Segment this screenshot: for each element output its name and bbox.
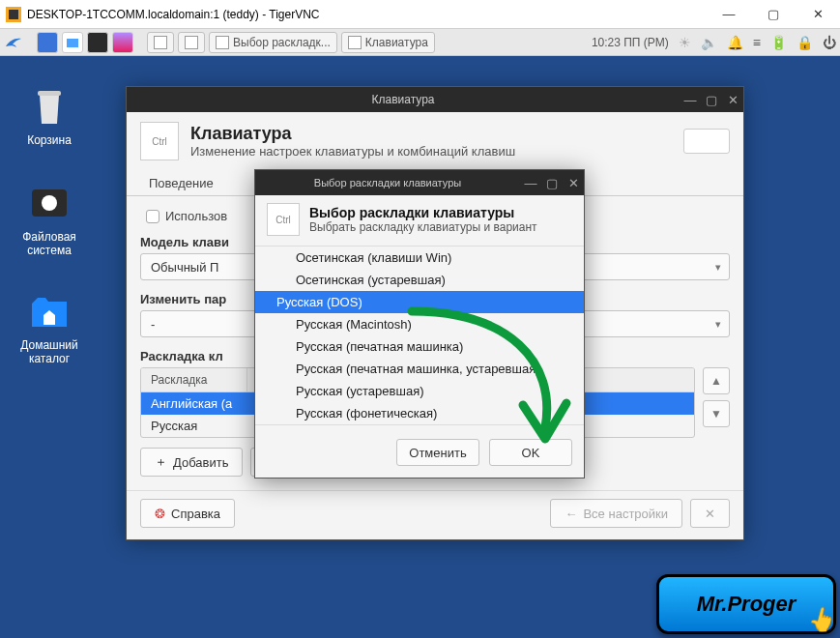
launcher-app-icon[interactable] xyxy=(112,32,133,53)
taskbar-label: Выбор раскладк... xyxy=(233,36,331,49)
clock[interactable]: 10:23 ПП (PM) xyxy=(592,36,669,49)
drive-icon xyxy=(26,180,72,226)
desktop-icon-label: Файловая система xyxy=(6,230,93,257)
dialog-close-button[interactable]: ✕ xyxy=(563,172,584,193)
list-item[interactable]: Русская (печатная машинка) xyxy=(255,335,584,358)
tab-behavior[interactable]: Поведение xyxy=(134,170,228,195)
dialog-titlebar[interactable]: Выбор раскладки клавиатуры — ▢ ✕ xyxy=(255,170,584,195)
notifications-icon[interactable]: 🔔 xyxy=(727,35,743,50)
window-heading: Клавиатура xyxy=(190,124,515,144)
close-icon: ✕ xyxy=(705,507,715,521)
battery-icon[interactable]: 🔋 xyxy=(770,35,787,50)
move-up-button[interactable]: ▲ xyxy=(703,367,730,394)
desktop-filesystem[interactable]: Файловая система xyxy=(6,180,93,257)
window-title: Клавиатура xyxy=(127,93,680,106)
list-item[interactable]: Русская (фонетическая) xyxy=(255,402,584,424)
list-item[interactable]: Русская (устаревшая) xyxy=(255,380,584,402)
layout-list[interactable]: Осетинская (клавиши Win) Осетинская (уст… xyxy=(255,246,584,425)
network-icon[interactable]: ≡ xyxy=(753,35,761,50)
svg-point-4 xyxy=(42,195,57,211)
volume-icon[interactable]: 🔈 xyxy=(701,35,717,50)
list-item[interactable]: Русская (DOS) xyxy=(255,291,584,313)
taskbar-layout-dialog[interactable]: Выбор раскладк... xyxy=(209,32,337,53)
svg-rect-2 xyxy=(38,91,61,96)
cursor-icon: 👆 xyxy=(806,606,835,633)
dialog-subheading: Выбрать раскладку клавиатуры и вариант xyxy=(309,220,537,234)
launcher-desktop-icon[interactable] xyxy=(37,32,58,53)
lock-icon[interactable]: 🔒 xyxy=(797,35,813,50)
home-folder-icon xyxy=(26,288,72,334)
taskbar-label: Клавиатура xyxy=(365,36,428,49)
launcher-terminal-icon[interactable] xyxy=(87,32,108,53)
move-down-button[interactable]: ▼ xyxy=(703,400,730,427)
taskbar-window-2[interactable] xyxy=(178,32,205,53)
panel-tray: 10:23 ПП (PM) ☀ 🔈 🔔 ≡ 🔋 🔒 ⏻ xyxy=(592,35,836,50)
model-value: Обычный П xyxy=(151,260,218,275)
kbd-settings-icon xyxy=(216,36,229,49)
svg-rect-1 xyxy=(67,39,78,47)
help-button[interactable]: ❂Справка xyxy=(140,499,235,528)
tigervnc-icon xyxy=(6,7,21,22)
host-titlebar: DESKTOP-1TCCOMM.localdomain:1 (teddy) - … xyxy=(0,0,840,29)
window-titlebar[interactable]: Клавиатура — ▢ ✕ xyxy=(127,87,743,112)
dialog-minimize-button[interactable]: — xyxy=(520,172,541,193)
desktop-icon-label: Домашний каталог xyxy=(6,338,93,365)
window-header: Ctrl Клавиатура Изменение настроек клави… xyxy=(127,112,743,170)
col-layout[interactable]: Раскладка xyxy=(141,368,247,392)
close-button[interactable]: ✕ xyxy=(796,0,840,29)
use-system-checkbox[interactable] xyxy=(146,210,159,223)
maximize-button[interactable]: ▢ xyxy=(751,0,796,29)
window-icon xyxy=(154,36,167,49)
ctrl-key-icon: Ctrl xyxy=(140,122,179,160)
ok-button[interactable]: OK xyxy=(489,439,572,466)
cancel-button[interactable]: Отменить xyxy=(396,439,479,466)
add-button[interactable]: ＋Добавить xyxy=(140,448,243,477)
host-title: DESKTOP-1TCCOMM.localdomain:1 (teddy) - … xyxy=(27,8,320,21)
use-system-label: Использов xyxy=(165,209,227,223)
brightness-icon[interactable]: ☀ xyxy=(679,35,691,50)
list-item[interactable]: Осетинская (устаревшая) xyxy=(255,269,584,291)
list-item[interactable]: Русская (печатная машинка, устаревшая) xyxy=(255,358,584,380)
lifebuoy-icon: ❂ xyxy=(155,507,165,521)
window-maximize-button[interactable]: ▢ xyxy=(701,89,722,110)
kali-menu-icon[interactable] xyxy=(4,33,23,52)
kbd-settings-icon xyxy=(348,36,362,49)
watermark-badge: Mr.Proger 👆 xyxy=(656,574,836,634)
watermark-text: Mr.Proger xyxy=(697,592,797,617)
taskbar-window-1[interactable] xyxy=(147,32,174,53)
plus-icon: ＋ xyxy=(155,453,167,471)
power-icon[interactable]: ⏻ xyxy=(823,35,836,50)
search-input[interactable] xyxy=(683,129,730,154)
taskbar-keyboard-window[interactable]: Клавиатура xyxy=(341,32,435,53)
change-value: - xyxy=(151,317,155,332)
list-item[interactable]: Осетинская (клавиши Win) xyxy=(255,246,584,269)
dialog-heading: Выбор раскладки клавиатуры xyxy=(309,205,537,220)
window-icon xyxy=(185,36,198,49)
window-subheading: Изменение настроек клавиатуры и комбинац… xyxy=(190,144,515,159)
window-close-footer-button[interactable]: ✕ xyxy=(690,499,730,528)
desktop-home[interactable]: Домашний каталог xyxy=(6,288,93,365)
desktop-trash[interactable]: Корзина xyxy=(6,83,93,147)
back-icon: ← xyxy=(565,507,577,521)
xfce-panel: Выбор раскладк... Клавиатура 10:23 ПП (P… xyxy=(0,29,840,56)
dialog-maximize-button[interactable]: ▢ xyxy=(541,172,563,193)
minimize-button[interactable]: — xyxy=(707,0,751,29)
all-settings-button[interactable]: ←Все настройки xyxy=(550,499,682,528)
list-item[interactable]: Русская (Macintosh) xyxy=(255,313,584,335)
launcher-files-icon[interactable] xyxy=(62,32,83,53)
window-minimize-button[interactable]: — xyxy=(680,89,701,110)
dialog-title: Выбор раскладки клавиатуры xyxy=(255,177,520,188)
window-close-button[interactable]: ✕ xyxy=(722,89,743,110)
desktop-icon-label: Корзина xyxy=(6,133,93,147)
trash-icon xyxy=(26,83,72,130)
layout-chooser-dialog: Выбор раскладки клавиатуры — ▢ ✕ Ctrl Вы… xyxy=(254,169,585,478)
ctrl-key-icon: Ctrl xyxy=(267,203,300,236)
